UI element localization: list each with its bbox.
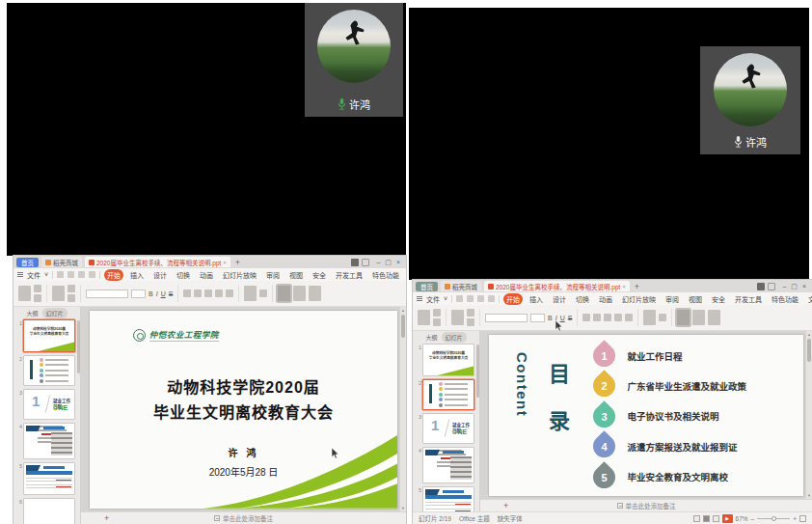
maximize-button[interactable]: ▢ — [791, 283, 798, 290]
text-tools-button[interactable] — [244, 286, 257, 301]
thumbnail-scrollbar[interactable] — [77, 320, 80, 373]
bold-button[interactable]: B — [548, 315, 553, 321]
normal-view-icon[interactable] — [693, 515, 700, 522]
notes-bar[interactable]: + 单击此处添加备注 — [81, 511, 406, 524]
slideshow-settings-button[interactable] — [278, 286, 290, 301]
slide-contents[interactable]: Content 目 录 1就业工作日程 2广东省毕业生派遣及就业政策 3电子协议… — [489, 335, 803, 496]
thumbnail-slide-2[interactable] — [422, 379, 474, 410]
menu-features[interactable]: 特色功能 — [769, 293, 801, 305]
new-tab-button[interactable]: + — [235, 258, 240, 267]
bullets-icon[interactable] — [614, 314, 622, 321]
save-icon[interactable] — [57, 271, 64, 278]
menu-devtools[interactable]: 开发工具 — [333, 269, 365, 281]
tab-close-icon[interactable]: × — [223, 260, 227, 265]
minimize-button[interactable]: – — [782, 283, 786, 290]
layout-icon[interactable] — [68, 285, 75, 292]
thumbnail-slide-2[interactable] — [23, 355, 75, 386]
font-size-select[interactable] — [131, 290, 146, 298]
zoom-knob[interactable] — [771, 516, 776, 521]
thumbnail-slide-1[interactable]: 动物科技学院2020届 毕业生文明离校教育大会 — [422, 344, 474, 376]
numbering-icon[interactable] — [226, 290, 233, 297]
align-right-icon[interactable] — [204, 290, 212, 297]
text-tools-button[interactable] — [643, 310, 656, 325]
apps-grid-icon[interactable] — [757, 283, 765, 290]
scroll-down-icon[interactable]: ▼ — [401, 506, 405, 510]
menu-doc-assistant[interactable]: 文档助手 — [805, 293, 812, 305]
add-slide-button[interactable]: + — [104, 513, 109, 523]
apps-grid-icon[interactable] — [351, 259, 359, 266]
theme-name[interactable]: Office 主题 — [459, 513, 490, 523]
tab-docer-store[interactable]: 稻壳商城 — [41, 257, 82, 267]
section-icon[interactable] — [68, 294, 75, 302]
menu-insert[interactable]: 插入 — [527, 293, 546, 305]
tab-slides[interactable]: 幻灯片 — [442, 332, 467, 343]
vertical-scrollbar[interactable]: ▲ ▼ — [806, 331, 812, 499]
hamburger-icon[interactable] — [17, 272, 23, 277]
thumbnail-slide-5[interactable] — [23, 462, 75, 495]
bullets-icon[interactable] — [215, 290, 223, 297]
font-size-select[interactable] — [530, 314, 545, 322]
new-slide-button[interactable] — [451, 310, 464, 325]
slideshow-play-button[interactable]: ▶ — [722, 514, 733, 523]
close-button[interactable]: × — [802, 283, 806, 290]
underline-button[interactable]: U — [161, 290, 166, 297]
wps-home-button[interactable]: 首页 — [416, 282, 438, 291]
redo-icon[interactable] — [488, 295, 495, 302]
tab-slides[interactable]: 幻灯片 — [42, 308, 68, 318]
menu-review[interactable]: 审阅 — [263, 269, 283, 281]
font-name-select[interactable] — [86, 290, 128, 298]
menu-design[interactable]: 设计 — [150, 269, 170, 281]
undo-icon[interactable] — [78, 271, 85, 278]
file-menu[interactable]: 文件 — [426, 294, 440, 304]
menu-slideshow[interactable]: 幻灯片放映 — [619, 293, 659, 305]
printer-icon[interactable] — [768, 283, 775, 290]
shape-icon[interactable] — [259, 290, 267, 297]
menu-slideshow[interactable]: 幻灯片放映 — [220, 269, 259, 281]
zoom-slider[interactable] — [757, 518, 790, 519]
cut-icon[interactable] — [34, 285, 41, 292]
thumbnail-slide-3[interactable]: 1 就业工作日程 ONE — [422, 413, 474, 444]
hamburger-icon[interactable] — [417, 296, 422, 301]
tab-document[interactable]: 2020届毕业生离校手续、流程等相关说明.ppt × — [85, 257, 230, 267]
zoom-out-button[interactable]: – — [751, 515, 755, 522]
scroll-up-icon[interactable]: ▲ — [807, 332, 811, 337]
paste-button[interactable] — [18, 286, 31, 301]
font-name-select[interactable] — [485, 314, 528, 322]
menu-home[interactable]: 开始 — [104, 269, 123, 281]
menu-insert[interactable]: 插入 — [127, 269, 147, 281]
thumbnail-slide-5[interactable] — [422, 486, 474, 511]
reading-view-icon[interactable] — [713, 515, 719, 522]
find-replace-button[interactable] — [309, 286, 321, 301]
menu-security[interactable]: 安全 — [709, 293, 728, 305]
align-left-icon[interactable] — [183, 290, 191, 297]
menu-security[interactable]: 安全 — [310, 269, 329, 281]
thumbnail-slide-4[interactable] — [422, 447, 474, 483]
undo-icon[interactable] — [477, 295, 484, 302]
notes-bar[interactable]: + 单击此处添加备注 — [480, 499, 812, 511]
redo-icon[interactable] — [89, 271, 95, 278]
zoom-in-button[interactable]: + — [793, 515, 797, 522]
file-menu[interactable]: 文件 — [27, 270, 41, 280]
paste-button[interactable] — [418, 310, 430, 325]
tab-docer-store[interactable]: 稻壳商城 — [441, 281, 481, 291]
file-caret-icon[interactable]: ˅ — [444, 295, 447, 302]
thumbnail-slide-1[interactable]: 动物科技学院2020届 毕业生文明离校教育大会 — [23, 319, 75, 352]
tab-outline[interactable]: 大纲 — [425, 333, 437, 342]
menu-transition[interactable]: 切换 — [573, 293, 592, 305]
menu-review[interactable]: 审阅 — [663, 293, 682, 305]
scrollbar-thumb[interactable] — [401, 315, 405, 338]
italic-button[interactable]: I — [156, 290, 158, 297]
menu-features[interactable]: 特色功能 — [369, 269, 402, 281]
menu-transition[interactable]: 切换 — [174, 269, 193, 281]
participant-video-tile[interactable]: 许鸿 — [700, 46, 800, 154]
slide-title[interactable]: 仲恺农业工程学院 动物科技学院2020届 毕业生文明离校教育大会 许 鸿 202… — [90, 311, 397, 509]
bold-button[interactable]: B — [149, 290, 153, 297]
scrollbar-thumb[interactable] — [807, 339, 811, 362]
menu-view[interactable]: 视图 — [686, 293, 705, 305]
align-center-icon[interactable] — [593, 314, 601, 321]
thumbnail-scrollbar[interactable] — [476, 345, 479, 398]
insert-textbox-button[interactable] — [293, 286, 306, 301]
align-left-icon[interactable] — [582, 314, 590, 321]
maximize-button[interactable]: ▢ — [385, 259, 392, 266]
menu-view[interactable]: 视图 — [286, 269, 306, 281]
